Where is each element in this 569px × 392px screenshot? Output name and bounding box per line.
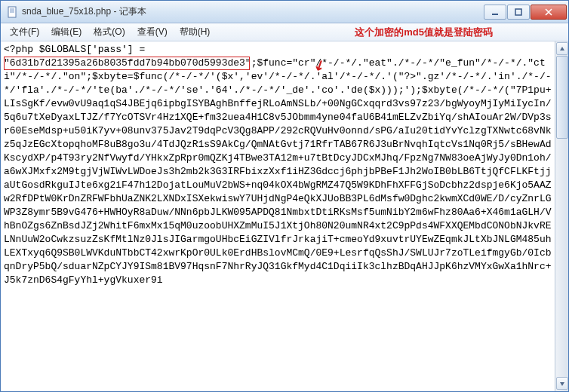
content-area: <?php $GLOBALS['pass'] = "6d31b7d21395a2… [1,41,568,391]
scroll-down-button[interactable] [556,377,568,390]
window-title: snda_blue_75x18.php - 记事本 [22,5,483,18]
scroll-thumb[interactable] [556,56,568,139]
close-button[interactable] [531,5,567,20]
menu-edit[interactable]: 编辑(E) [45,24,88,40]
code-rest: ;$func="cr"/*-/-*/."eat"./*-/-*/"e_fun"/… [4,57,552,286]
scroll-up-button[interactable] [556,42,568,55]
app-icon [7,6,19,18]
code-hash: "6d31b7d21395a26b8035fdd7b94bb070d5993de… [4,57,251,69]
annotation-text: 这个加密的md5值就是登陆密码 [355,26,493,39]
minimize-button[interactable] [484,5,506,20]
menu-view[interactable]: 查看(V) [131,24,174,40]
titlebar[interactable]: snda_blue_75x18.php - 记事本 [1,1,568,23]
maximize-button[interactable] [507,5,530,20]
menu-file[interactable]: 文件(F) [4,24,45,40]
window-controls [483,5,567,20]
vertical-scrollbar[interactable] [555,41,568,391]
text-editor[interactable]: <?php $GLOBALS['pass'] = "6d31b7d21395a2… [1,41,555,391]
menu-format[interactable]: 格式(O) [88,24,131,40]
svg-rect-5 [515,9,521,15]
menu-help[interactable]: 帮助(H) [174,24,217,40]
code-line1: <?php $GLOBALS['pass'] = [4,44,145,55]
svg-rect-4 [492,14,498,15]
menubar: 文件(F) 编辑(E) 格式(O) 查看(V) 帮助(H) 这个加密的md5值就… [1,23,568,41]
